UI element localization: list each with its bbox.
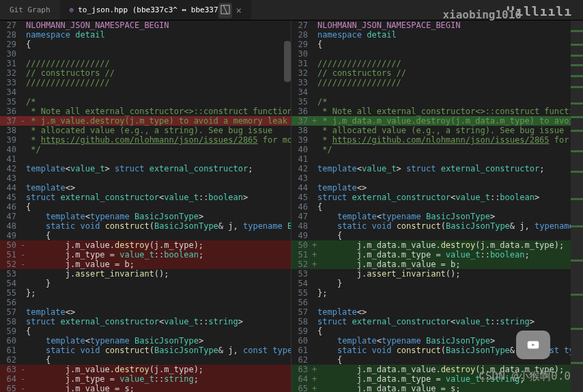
code-line[interactable]: 27 NLOHMANN_JSON_NAMESPACE_BEGIN <box>292 20 583 30</box>
code-line[interactable]: 33 ///////////////// <box>0 78 291 87</box>
diff-marker <box>20 87 26 97</box>
minimap-mark <box>571 362 583 364</box>
code-line[interactable]: 57 template<> <box>292 307 583 317</box>
code-line[interactable]: 37- * j.m_value.destroy(j.m_type) to avo… <box>0 116 291 126</box>
line-number: 47 <box>0 212 20 221</box>
code-line[interactable]: 46 { <box>0 202 291 212</box>
code-line[interactable]: 55 }; <box>0 288 291 298</box>
code-line[interactable]: 35 /* <box>0 97 291 107</box>
code-line[interactable]: 54 } <box>292 279 583 288</box>
code-content: { <box>26 202 291 212</box>
code-line[interactable]: 46 { <box>292 202 583 212</box>
diff-marker <box>20 59 26 68</box>
video-play-button[interactable] <box>516 331 550 359</box>
diff-marker <box>20 288 26 298</box>
line-number: 31 <box>292 59 312 68</box>
code-line[interactable]: 32 // constructors // <box>292 68 583 78</box>
diff-marker <box>312 269 317 279</box>
code-line[interactable]: 65- j.m_value = s; <box>0 384 291 392</box>
line-number: 29 <box>0 40 20 49</box>
code-line[interactable]: 43 <box>292 173 583 183</box>
code-line[interactable]: 61 static void construct(BasicJsonType& … <box>0 346 291 355</box>
code-line[interactable]: 65+ j.m_data.m_value = s; <box>292 384 583 392</box>
code-line[interactable]: 51- j.m_type = value_t::boolean; <box>0 250 291 260</box>
code-line[interactable]: 37+ * j.m_data.m_value.destroy(j.m_data.… <box>292 116 583 126</box>
code-line[interactable]: 50+ j.m_data.m_value.destroy(j.m_data.m_… <box>292 240 583 250</box>
code-line[interactable]: 47 template<typename BasicJsonType> <box>292 212 583 221</box>
close-icon[interactable]: × <box>236 5 241 16</box>
code-line[interactable]: 48 static void construct(BasicJsonType& … <box>292 221 583 231</box>
code-line[interactable]: 27 NLOHMANN_JSON_NAMESPACE_BEGIN <box>0 20 291 30</box>
code-line[interactable]: 50- j.m_value.destroy(j.m_type); <box>0 240 291 250</box>
diff-marker <box>312 183 317 193</box>
scrollbar[interactable] <box>284 41 291 82</box>
minimap-mark <box>571 44 583 46</box>
code-line[interactable]: 53 j.assert_invariant(); <box>0 269 291 279</box>
line-number: 35 <box>292 97 312 107</box>
code-line[interactable]: 36 * Note all external_constructor<>::co… <box>292 107 583 116</box>
code-line[interactable]: 57 template<> <box>0 307 291 317</box>
diff-marker <box>312 164 317 173</box>
diff-pane-left[interactable]: 27 NLOHMANN_JSON_NAMESPACE_BEGIN28 names… <box>0 20 292 392</box>
code-line[interactable]: 56 <box>292 298 583 307</box>
diff-marker <box>312 30 317 40</box>
code-line[interactable]: 64- j.m_type = value_t::string; <box>0 374 291 384</box>
diff-marker: - <box>20 384 26 392</box>
code-line[interactable]: 52+ j.m_data.m_value = b; <box>292 260 583 269</box>
code-line[interactable]: 31 ///////////////// <box>0 59 291 68</box>
code-line[interactable]: 39 * https://github.com/nlohmann/json/is… <box>292 135 583 145</box>
code-line[interactable]: 49 { <box>0 231 291 240</box>
code-line[interactable]: 44 template<> <box>292 183 583 193</box>
diff-marker <box>312 173 317 183</box>
line-number: 27 <box>292 20 312 30</box>
code-line[interactable]: 48 static void construct(BasicJsonType& … <box>0 221 291 231</box>
code-line[interactable]: 31 ///////////////// <box>292 59 583 68</box>
code-line[interactable]: 32 // constructors // <box>0 68 291 78</box>
code-line[interactable]: 35 /* <box>292 97 583 107</box>
code-line[interactable]: 51+ j.m_data.m_type = value_t::boolean; <box>292 250 583 260</box>
preview-icon[interactable] <box>218 3 232 18</box>
code-line[interactable]: 44 template<> <box>0 183 291 193</box>
code-line[interactable]: 28 namespace detail <box>0 30 291 40</box>
code-line[interactable]: 58 struct external_constructor<value_t::… <box>292 317 583 326</box>
code-line[interactable]: 59 { <box>0 326 291 336</box>
minimap[interactable] <box>571 20 583 392</box>
code-line[interactable]: 63- j.m_value.destroy(j.m_type); <box>0 365 291 374</box>
code-line[interactable]: 39 * https://github.com/nlohmann/json/is… <box>0 135 291 145</box>
line-number: 40 <box>0 145 20 154</box>
code-line[interactable]: 45 struct external_constructor<value_t::… <box>292 193 583 202</box>
code-line[interactable]: 40 */ <box>0 145 291 154</box>
code-line[interactable]: 34 <box>292 87 583 97</box>
tab-git-graph[interactable]: Git Graph <box>0 0 60 20</box>
code-line[interactable]: 54 } <box>0 279 291 288</box>
code-line[interactable]: 42 template<value_t> struct external_con… <box>0 164 291 173</box>
code-line[interactable]: 53 j.assert_invariant(); <box>292 269 583 279</box>
line-number: 53 <box>0 269 20 279</box>
code-line[interactable]: 60 template<typename BasicJsonType> <box>0 336 291 346</box>
code-line[interactable]: 41 <box>0 154 291 164</box>
code-line[interactable]: 30 <box>292 49 583 59</box>
diff-marker <box>312 288 317 298</box>
code-line[interactable]: 30 <box>0 49 291 59</box>
code-line[interactable]: 56 <box>0 298 291 307</box>
code-line[interactable]: 38 * allocated value (e.g., a string). S… <box>0 126 291 135</box>
code-line[interactable]: 47 template<typename BasicJsonType> <box>0 212 291 221</box>
code-line[interactable]: 34 <box>0 87 291 97</box>
code-line[interactable]: 38 * allocated value (e.g., a string). S… <box>292 126 583 135</box>
code-line[interactable]: 52- j.m_value = b; <box>0 260 291 269</box>
code-line[interactable]: 62 { <box>0 355 291 365</box>
code-line[interactable]: 41 <box>292 154 583 164</box>
code-line[interactable]: 55 }; <box>292 288 583 298</box>
code-line[interactable]: 49 { <box>292 231 583 240</box>
code-line[interactable]: 42 template<value_t> struct external_con… <box>292 164 583 173</box>
code-line[interactable]: 36 * Note all external_constructor<>::co… <box>0 107 291 116</box>
code-line[interactable]: 29 { <box>292 40 583 49</box>
code-line[interactable]: 28 namespace detail <box>292 30 583 40</box>
code-line[interactable]: 40 */ <box>292 145 583 154</box>
code-line[interactable]: 29 { <box>0 40 291 49</box>
code-line[interactable]: 43 <box>0 173 291 183</box>
code-line[interactable]: 45 struct external_constructor<value_t::… <box>0 193 291 202</box>
code-line[interactable]: 58 struct external_constructor<value_t::… <box>0 317 291 326</box>
code-line[interactable]: 33 ///////////////// <box>292 78 583 87</box>
diff-marker <box>312 145 317 154</box>
